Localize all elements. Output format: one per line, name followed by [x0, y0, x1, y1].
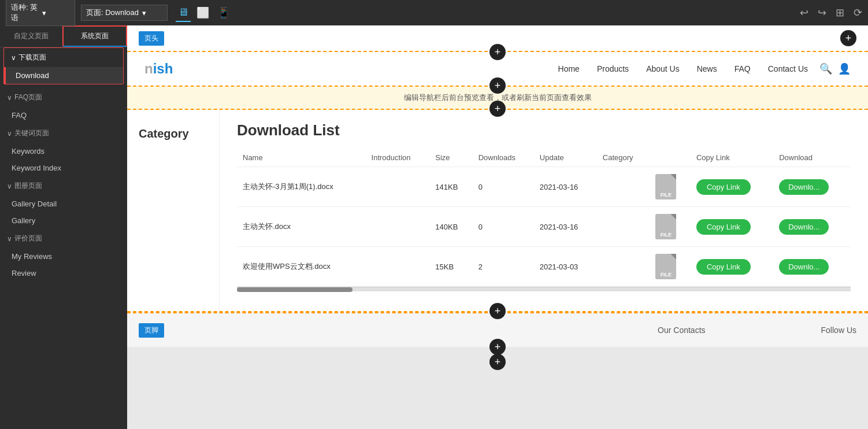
review-section: ∨ 评价页面 My Reviews Review	[0, 229, 127, 282]
system-pages-tab[interactable]: 系统页面	[62, 25, 127, 47]
content-area: 页头 + + nish Home Products About Us News …	[127, 25, 868, 429]
download-section-label: 下载页面	[18, 53, 46, 62]
file-icon-1: FILE	[655, 214, 676, 239]
download-list-title: Download List	[237, 121, 851, 139]
add-section-btn-download[interactable]: +	[489, 303, 506, 319]
redo-btn[interactable]: ↪	[818, 6, 826, 19]
gallery-section: ∨ 图册页面 Gallery Detail Gallery	[0, 176, 127, 229]
mobile-device-btn[interactable]: 📱	[215, 4, 232, 22]
download-list-section: Download List Name Introduction Size Dow…	[220, 110, 868, 311]
cell-copy-link-2: Copy Link	[691, 247, 773, 287]
cell-copy-link-0: Copy Link	[691, 167, 773, 207]
sidebar-item-gallery[interactable]: Gallery	[0, 212, 127, 229]
scroll-thumb[interactable]	[237, 287, 353, 292]
sidebar-item-keyword-index[interactable]: Keyword Index	[0, 160, 127, 176]
cell-downloads-0: 0	[473, 167, 534, 207]
gallery-arrow: ∨	[7, 182, 12, 190]
tablet-device-btn[interactable]: ⬜	[194, 4, 212, 22]
col-size: Size	[429, 149, 472, 167]
language-selector[interactable]: 语种: 英语 ▾	[6, 0, 75, 26]
add-section-btn-below-nav[interactable]: +	[489, 77, 506, 94]
copy-link-btn-1[interactable]: Copy Link	[696, 219, 751, 235]
nav-about[interactable]: About Us	[646, 64, 680, 73]
add-section-btn-notice[interactable]: +	[489, 101, 506, 117]
keyword-arrow: ∨	[7, 130, 12, 138]
cell-file-icon-0: FILE	[650, 167, 691, 207]
sidebar-item-keywords[interactable]: Keywords	[0, 143, 127, 160]
copy-link-btn-0[interactable]: Copy Link	[696, 179, 751, 195]
cell-intro-0	[366, 167, 430, 207]
review-section-header: ∨ 评价页面	[0, 229, 127, 248]
header-label: 页头	[139, 31, 164, 46]
custom-pages-tab[interactable]: 自定义页面	[0, 25, 62, 47]
cell-downloads-2: 2	[473, 247, 534, 287]
download-btn-2[interactable]: Downlo...	[779, 259, 829, 275]
cell-category-1	[597, 207, 650, 247]
page-dropdown-icon: ▾	[142, 9, 146, 17]
history-btn[interactable]: ⟳	[854, 6, 862, 19]
footer-label: 页脚	[139, 323, 164, 338]
page-selector[interactable]: 页面: Download ▾	[81, 5, 168, 21]
sidebar-item-download[interactable]: Download	[4, 67, 123, 84]
sidebar-item-gallery-detail[interactable]: Gallery Detail	[0, 195, 127, 212]
cell-file-icon-2: FILE	[650, 247, 691, 287]
cell-update-1: 2021-03-16	[534, 207, 597, 247]
site-nav-items: Home Products About Us News FAQ Contact …	[558, 64, 808, 73]
sidebar-item-review[interactable]: Review	[0, 265, 127, 282]
sidebar-item-my-reviews[interactable]: My Reviews	[0, 248, 127, 265]
cell-downloads-1: 0	[473, 207, 534, 247]
faq-section-header: ∨ FAQ页面	[0, 88, 127, 107]
nav-contact[interactable]: Contact Us	[768, 64, 808, 73]
download-btn-0[interactable]: Downlo...	[779, 179, 829, 195]
add-section-btn-nav[interactable]: +	[489, 44, 506, 60]
sidebar-tabs: 自定义页面 系统页面	[0, 25, 127, 47]
keyword-section-header: ∨ 关键词页面	[0, 124, 127, 143]
scroll-bar[interactable]	[237, 287, 851, 291]
cell-download-2: Downlo...	[773, 247, 851, 287]
col-downloads: Downloads	[473, 149, 534, 167]
user-icon[interactable]: 👤	[838, 62, 851, 75]
site-nav: + nish Home Products About Us News FAQ C…	[127, 52, 868, 87]
main-layout: 自定义页面 系统页面 ∨ 下载页面 Download ∨ FAQ页面 FAQ ∨…	[0, 25, 868, 429]
cell-category-0	[597, 167, 650, 207]
add-section-btn-footer[interactable]: +	[489, 339, 506, 355]
sidebar-item-faq[interactable]: FAQ	[0, 107, 127, 124]
nav-icons: 🔍 👤	[819, 62, 851, 75]
add-section-btn-top[interactable]: +	[840, 30, 856, 46]
copy-link-btn-2[interactable]: Copy Link	[696, 259, 751, 275]
gallery-section-label: 图册页面	[14, 181, 42, 191]
col-intro: Introduction	[366, 149, 430, 167]
search-icon[interactable]: 🔍	[819, 62, 832, 75]
download-table: Name Introduction Size Downloads Update …	[237, 149, 851, 287]
nav-news[interactable]: News	[697, 64, 717, 73]
cell-file-icon-1: FILE	[650, 207, 691, 247]
download-content: Category Download List Name Introduction…	[127, 110, 868, 312]
add-section-btn-bottom[interactable]: +	[489, 354, 506, 370]
footer-contacts: Our Contacts	[658, 326, 705, 335]
faq-arrow: ∨	[7, 94, 12, 102]
cell-download-1: Downlo...	[773, 207, 851, 247]
nav-products[interactable]: Products	[597, 64, 629, 73]
desktop-device-btn[interactable]: 🖥	[176, 4, 191, 22]
category-label: Category	[127, 110, 220, 311]
file-icon-2: FILE	[655, 254, 676, 279]
undo-btn[interactable]: ↩	[800, 6, 808, 19]
top-toolbar: 语种: 英语 ▾ 页面: Download ▾ 🖥 ⬜ 📱 ↩ ↪ ⊞ ⟳	[0, 0, 868, 25]
col-name: Name	[237, 149, 366, 167]
nav-faq[interactable]: FAQ	[735, 64, 751, 73]
col-download: Download	[773, 149, 851, 167]
cell-size-1: 140KB	[429, 207, 472, 247]
download-section-header: ∨ 下载页面	[4, 48, 123, 67]
cell-update-2: 2021-03-03	[534, 247, 597, 287]
grid-btn[interactable]: ⊞	[836, 6, 844, 19]
nav-home[interactable]: Home	[558, 64, 580, 73]
sidebar: 自定义页面 系统页面 ∨ 下载页面 Download ∨ FAQ页面 FAQ ∨…	[0, 25, 127, 429]
cell-category-2	[597, 247, 650, 287]
download-btn-1[interactable]: Downlo...	[779, 219, 829, 235]
review-arrow: ∨	[7, 235, 12, 243]
lang-dropdown-icon: ▾	[42, 9, 70, 17]
gallery-section-header: ∨ 图册页面	[0, 176, 127, 195]
review-section-label: 评价页面	[14, 234, 42, 243]
download-section-box: ∨ 下载页面 Download	[3, 47, 124, 84]
file-icon-0: FILE	[655, 174, 676, 199]
